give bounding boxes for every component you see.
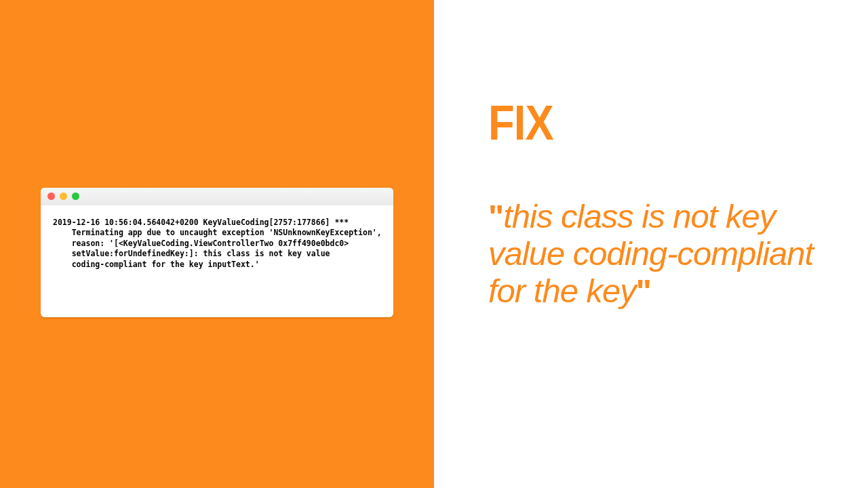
window-titlebar bbox=[41, 188, 393, 205]
log-line: Terminating app due to uncaught exceptio… bbox=[53, 228, 382, 237]
right-panel: FIX "this class is not key value coding-… bbox=[434, 0, 868, 488]
minimize-icon[interactable] bbox=[60, 192, 67, 200]
log-line: coding-compliant for the key inputText.' bbox=[53, 260, 260, 269]
close-quote: " bbox=[636, 272, 651, 309]
open-quote: " bbox=[488, 198, 503, 235]
slide-container: 2019-12-16 10:56:04.564042+0200 KeyValue… bbox=[0, 0, 868, 488]
log-line: 2019-12-16 10:56:04.564042+0200 KeyValue… bbox=[53, 218, 349, 227]
log-line: reason: '[<KeyValueCoding.ViewController… bbox=[53, 239, 349, 248]
left-panel: 2019-12-16 10:56:04.564042+0200 KeyValue… bbox=[0, 0, 434, 488]
zoom-icon[interactable] bbox=[72, 192, 79, 200]
log-line: setValue:forUndefinedKey:]: this class i… bbox=[53, 249, 330, 258]
close-icon[interactable] bbox=[47, 192, 55, 200]
headline: FIX bbox=[488, 95, 774, 150]
terminal-window: 2019-12-16 10:56:04.564042+0200 KeyValue… bbox=[41, 188, 393, 318]
console-output: 2019-12-16 10:56:04.564042+0200 KeyValue… bbox=[41, 205, 393, 318]
error-quote: "this class is not key value coding-comp… bbox=[488, 198, 814, 310]
